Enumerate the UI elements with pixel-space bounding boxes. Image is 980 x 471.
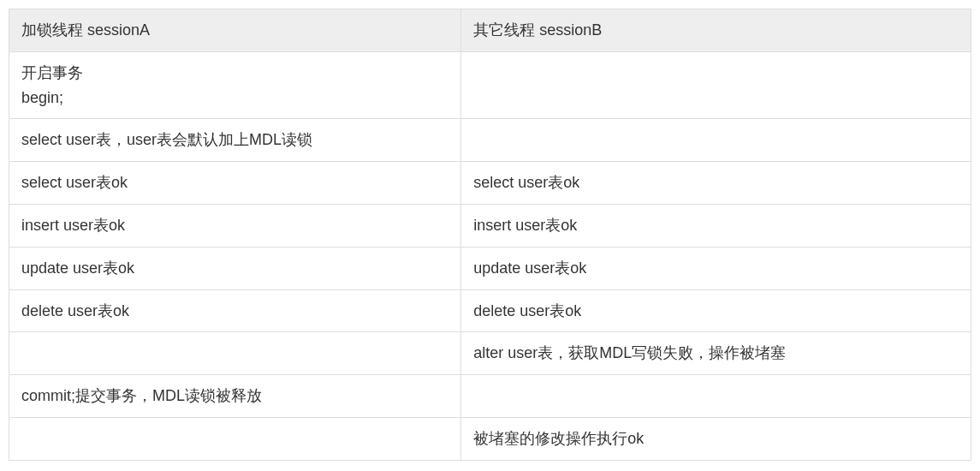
cell-a: delete user表ok bbox=[9, 289, 461, 332]
table-row: select user表，user表会默认加上MDL读锁 bbox=[9, 119, 971, 162]
table-row: select user表ok select user表ok bbox=[9, 162, 971, 205]
table-row: update user表ok update user表ok bbox=[9, 247, 971, 289]
table-row: 被堵塞的修改操作执行ok bbox=[9, 417, 971, 460]
cell-b bbox=[461, 119, 971, 162]
table-row: alter user表，获取MDL写锁失败，操作被堵塞 bbox=[9, 332, 971, 375]
header-session-a: 加锁线程 sessionA bbox=[9, 9, 461, 52]
cell-a: commit;提交事务，MDL读锁被释放 bbox=[9, 375, 461, 418]
table-row: delete user表ok delete user表ok bbox=[9, 289, 971, 332]
cell-a: update user表ok bbox=[9, 247, 461, 289]
cell-a bbox=[9, 332, 461, 375]
table-row: commit;提交事务，MDL读锁被释放 bbox=[9, 375, 971, 418]
table-header-row: 加锁线程 sessionA 其它线程 sessionB bbox=[9, 9, 971, 52]
cell-a: 开启事务 begin; bbox=[9, 51, 461, 119]
cell-a: select user表ok bbox=[9, 162, 461, 205]
cell-b: alter user表，获取MDL写锁失败，操作被堵塞 bbox=[461, 332, 971, 375]
cell-b: 被堵塞的修改操作执行ok bbox=[461, 417, 971, 460]
cell-b bbox=[461, 51, 971, 119]
table-row: insert user表ok insert user表ok bbox=[9, 204, 971, 247]
mdl-lock-table: 加锁线程 sessionA 其它线程 sessionB 开启事务 begin; … bbox=[9, 9, 971, 461]
cell-a: select user表，user表会默认加上MDL读锁 bbox=[9, 119, 461, 162]
table-row: 开启事务 begin; bbox=[9, 51, 971, 119]
cell-b: update user表ok bbox=[461, 247, 971, 289]
cell-b bbox=[461, 375, 971, 418]
cell-b: insert user表ok bbox=[461, 204, 971, 247]
cell-b: select user表ok bbox=[461, 162, 971, 205]
cell-a bbox=[9, 417, 461, 460]
cell-b: delete user表ok bbox=[461, 289, 971, 332]
cell-a: insert user表ok bbox=[9, 204, 461, 247]
header-session-b: 其它线程 sessionB bbox=[461, 9, 971, 52]
